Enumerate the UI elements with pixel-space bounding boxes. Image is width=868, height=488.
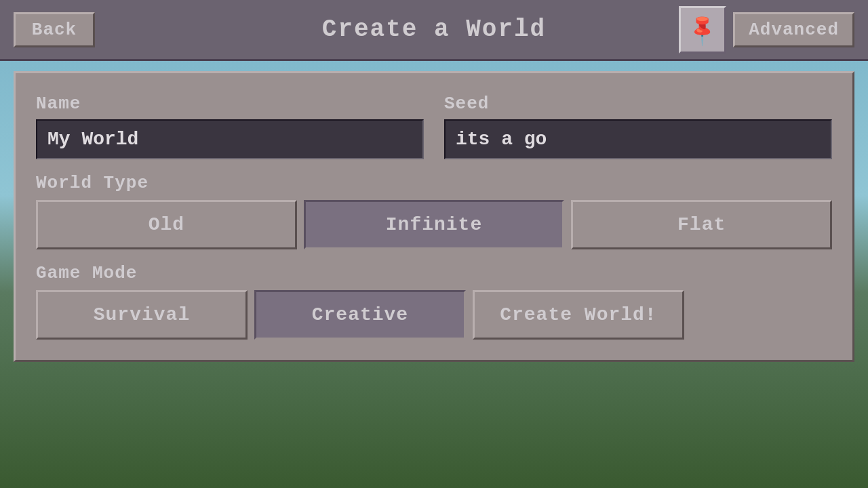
pin-icon: 📌 <box>684 10 722 49</box>
header-right: 📌 Advanced <box>679 6 854 54</box>
create-world-button[interactable]: Create World! <box>473 290 684 340</box>
pin-icon-button[interactable]: 📌 <box>679 6 726 54</box>
world-type-old-button[interactable]: Old <box>36 200 297 249</box>
name-seed-row: Name Seed <box>36 94 832 159</box>
name-label: Name <box>36 94 424 114</box>
world-type-infinite-button[interactable]: Infinite <box>304 200 565 249</box>
advanced-button[interactable]: Advanced <box>733 12 854 47</box>
main-panel: Name Seed World Type Old Infinite Flat G… <box>14 71 854 362</box>
header: Back Create a World 📌 Advanced <box>0 0 868 61</box>
name-group: Name <box>36 94 424 159</box>
game-mode-row: Survival Creative Create World! <box>36 290 832 340</box>
world-type-flat-button[interactable]: Flat <box>571 200 832 249</box>
world-type-label: World Type <box>36 173 832 193</box>
world-type-buttons: Old Infinite Flat <box>36 200 832 249</box>
world-type-section: World Type Old Infinite Flat <box>36 173 832 249</box>
header-left: Back <box>14 12 95 47</box>
game-mode-creative-button[interactable]: Creative <box>254 290 466 340</box>
back-button[interactable]: Back <box>14 12 95 47</box>
seed-input[interactable] <box>444 119 832 159</box>
page-title: Create a World <box>322 16 546 43</box>
seed-group: Seed <box>444 94 832 159</box>
seed-label: Seed <box>444 94 832 114</box>
game-mode-label: Game Mode <box>36 263 832 283</box>
name-input[interactable] <box>36 119 424 159</box>
game-mode-section: Game Mode Survival Creative Create World… <box>36 263 832 340</box>
game-mode-survival-button[interactable]: Survival <box>36 290 248 340</box>
